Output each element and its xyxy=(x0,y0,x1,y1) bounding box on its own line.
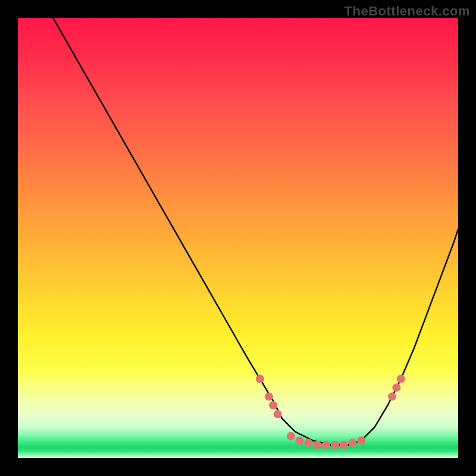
curve-marker xyxy=(331,441,339,449)
curve-svg xyxy=(18,18,458,458)
curve-marker xyxy=(313,441,321,449)
curve-marker xyxy=(340,441,348,449)
curve-marker xyxy=(388,392,396,400)
plot-area xyxy=(18,18,458,458)
curve-markers xyxy=(256,375,405,449)
curve-marker xyxy=(287,432,295,440)
chart-frame: TheBottleneck.com xyxy=(0,0,476,476)
curve-marker xyxy=(397,375,405,383)
curve-marker xyxy=(265,392,273,400)
watermark-text: TheBottleneck.com xyxy=(345,4,470,19)
curve-marker xyxy=(322,441,330,449)
curve-marker xyxy=(348,439,356,447)
curve-marker xyxy=(357,436,365,444)
curve-marker xyxy=(304,439,312,447)
curve-marker xyxy=(274,410,282,418)
curve-marker xyxy=(392,384,400,392)
curve-marker xyxy=(296,436,304,444)
curve-marker xyxy=(256,375,264,383)
curve-marker xyxy=(269,401,277,409)
